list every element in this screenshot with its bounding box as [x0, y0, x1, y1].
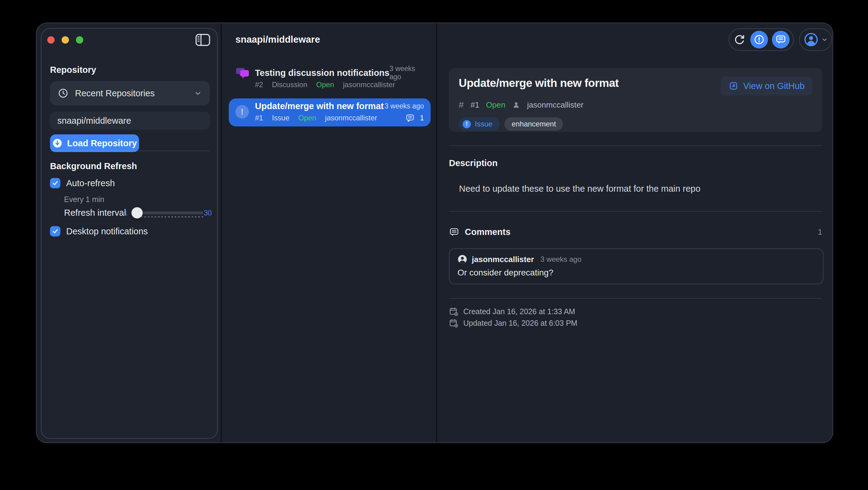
list-item-number: #1 — [255, 114, 263, 122]
view-on-github-button[interactable]: View on GitHub — [721, 76, 812, 95]
refresh-icon — [734, 34, 745, 45]
created-date-text: Created Jan 16, 2026 at 1:33 AM — [463, 307, 575, 316]
enhancement-badge-label: enhancement — [512, 120, 556, 128]
comment-bubble-icon — [405, 113, 415, 123]
issue-info-button[interactable] — [750, 31, 768, 48]
comment-author: jasonmccallister — [472, 255, 534, 264]
account-menu[interactable] — [799, 28, 832, 51]
desktop-notifications-checkbox[interactable] — [50, 226, 60, 236]
description-heading: Description — [449, 158, 498, 168]
section-divider — [449, 145, 822, 146]
user-avatar-icon — [458, 255, 467, 264]
list-item-status: Open — [298, 114, 316, 122]
auto-refresh-checkbox[interactable] — [50, 178, 60, 188]
list-item-title: Testing discussion notifications — [255, 68, 390, 78]
list-item-comment-count: 1 — [420, 114, 424, 122]
recent-repositories-label: Recent Repositories — [75, 88, 155, 98]
close-window-button[interactable] — [47, 36, 55, 43]
slider-tick-marks — [138, 216, 203, 218]
issue-header-card: Update/merge with new format View on Git… — [449, 68, 822, 132]
person-icon — [512, 101, 520, 109]
column-divider — [221, 23, 222, 443]
background-refresh-heading: Background Refresh — [50, 161, 137, 171]
list-item-time: 3 weeks ago — [384, 102, 424, 110]
list-item-author: jasonmccallister — [343, 80, 395, 89]
desktop-background: Repository Recent Repositories Load Repo… — [0, 0, 868, 490]
issue-type-badge: ! Issue — [459, 117, 500, 131]
enhancement-label-badge: enhancement — [504, 117, 563, 131]
repository-heading: Repository — [50, 64, 96, 75]
issue-exclamation-icon: ! — [463, 120, 471, 128]
list-item-status: Open — [316, 80, 334, 89]
chat-bubble-icon — [775, 34, 786, 45]
list-item-title: Update/merge with new format — [255, 101, 384, 111]
recent-repositories-dropdown[interactable]: Recent Repositories — [50, 81, 210, 105]
chevron-down-icon — [822, 36, 828, 43]
list-item-type: Issue — [272, 114, 289, 122]
comment-bubble-icon — [449, 227, 459, 237]
repository-input[interactable] — [50, 112, 210, 130]
calendar-icon — [449, 319, 458, 328]
view-on-github-label: View on GitHub — [743, 81, 805, 91]
number-icon: # — [459, 100, 464, 110]
arrow-down-circle-icon — [52, 138, 63, 149]
refresh-frequency-text: Every 1 min — [64, 195, 104, 204]
user-avatar-icon — [803, 32, 819, 47]
discussion-bubbles-icon — [236, 67, 250, 81]
issue-exclamation-icon: ! — [236, 105, 249, 119]
chevron-down-icon — [194, 89, 202, 97]
comment-body: Or consider deprecating? — [458, 268, 815, 277]
issue-number: #1 — [471, 100, 479, 110]
refresh-interval-row: Refresh interval 1 30 — [64, 206, 214, 219]
comments-button[interactable] — [772, 31, 789, 48]
sidebar: Repository Recent Repositories Load Repo… — [41, 28, 218, 439]
load-repository-button[interactable]: Load Repository — [50, 134, 139, 152]
list-item-author: jasonmccallister — [325, 114, 377, 122]
repository-title: snaapi/middleware — [236, 34, 320, 45]
updated-date-text: Updated Jan 16, 2026 at 6:03 PM — [463, 319, 577, 328]
sidebar-divider — [50, 151, 210, 151]
issue-author: jasonmccallister — [527, 100, 584, 110]
load-repository-label: Load Repository — [67, 138, 137, 149]
comments-count: 1 — [818, 227, 822, 237]
refresh-button[interactable] — [733, 31, 746, 48]
comments-header: Comments 1 — [449, 227, 822, 237]
issue-title: Update/merge with new format — [459, 76, 619, 90]
slider-min-label: 1 — [124, 209, 128, 217]
app-window: Repository Recent Repositories Load Repo… — [36, 23, 833, 443]
sidebar-toggle-icon[interactable] — [195, 34, 211, 46]
external-link-icon — [728, 81, 738, 91]
column-divider — [436, 23, 437, 443]
toolbar — [728, 28, 794, 51]
slider-max-label: 30 — [204, 209, 212, 217]
info-circle-icon — [754, 34, 765, 45]
check-icon — [52, 228, 59, 235]
created-date-row: Created Jan 16, 2026 at 1:33 AM — [449, 307, 575, 316]
section-divider — [449, 298, 822, 299]
desktop-notifications-checkbox-row[interactable]: Desktop notifications — [50, 225, 148, 237]
issue-badges: ! Issue enhancement — [459, 117, 812, 131]
issue-badge-label: Issue — [475, 120, 492, 128]
minimize-window-button[interactable] — [62, 36, 69, 43]
comments-heading: Comments — [465, 227, 510, 237]
refresh-interval-slider-track[interactable] — [133, 211, 203, 214]
zoom-window-button[interactable] — [76, 36, 83, 43]
refresh-interval-slider-thumb[interactable] — [131, 207, 143, 219]
section-divider — [449, 211, 822, 212]
auto-refresh-label: Auto-refresh — [66, 178, 115, 188]
comment-time: 3 weeks ago — [540, 255, 582, 264]
clock-icon — [58, 88, 68, 98]
issue-meta-row: # #1 Open jasonmccallister — [459, 100, 812, 110]
updated-date-row: Updated Jan 16, 2026 at 6:03 PM — [449, 319, 577, 328]
auto-refresh-checkbox-row[interactable]: Auto-refresh — [50, 177, 115, 189]
comment-card: jasonmccallister 3 weeks ago Or consider… — [449, 248, 824, 284]
check-icon — [52, 180, 59, 187]
list-item-number: #2 — [255, 80, 263, 89]
list-item-discussion[interactable]: Testing discussion notifications 3 weeks… — [229, 66, 431, 96]
list-item-issue-selected[interactable]: ! Update/merge with new format 3 weeks a… — [229, 98, 431, 127]
desktop-notifications-label: Desktop notifications — [66, 226, 148, 236]
list-item-type: Discussion — [272, 80, 307, 89]
issue-status: Open — [486, 100, 506, 110]
calendar-icon — [449, 307, 458, 316]
description-body: Need to update these to use the new form… — [459, 184, 701, 194]
